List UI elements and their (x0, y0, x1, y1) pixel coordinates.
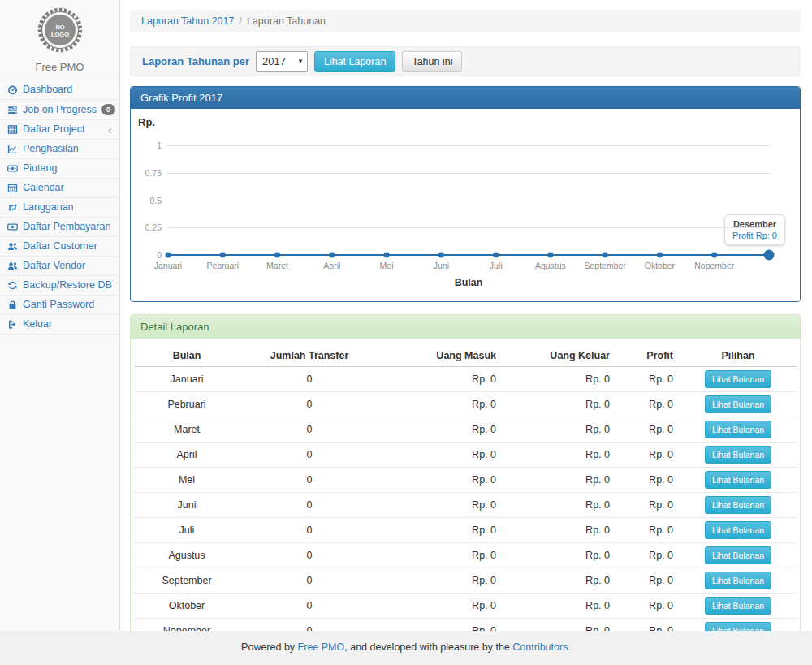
year-select[interactable]: 2017 (256, 51, 308, 72)
sidebar-item-keluar[interactable]: Keluar (0, 315, 119, 335)
table-row: Agustus 0 Rp. 0 Rp. 0 Rp. 0 Lihat Bulana… (134, 543, 797, 568)
cell-profit: Rp. 0 (616, 468, 680, 493)
cell-uang-masuk: Rp. 0 (379, 392, 503, 417)
footer-link-contributors[interactable]: Contributors. (512, 641, 571, 653)
sidebar-item-piutang[interactable]: Piutang (0, 159, 119, 179)
sidebar-item-dashboard[interactable]: Dashboard (0, 80, 119, 100)
lihat-bulanan-button[interactable]: Lihat Bulanan (705, 446, 771, 464)
lihat-bulanan-button[interactable]: Lihat Bulanan (705, 546, 771, 564)
lihat-bulanan-button[interactable]: Lihat Bulanan (705, 395, 771, 413)
money-icon (7, 222, 18, 232)
data-point (438, 253, 444, 258)
cell-uang-keluar: Rp. 0 (503, 594, 616, 619)
header-profit: Profit (616, 345, 680, 367)
sidebar-item-label: Calendar (23, 183, 64, 193)
cell-uang-keluar: Rp. 0 (503, 543, 616, 568)
detail-panel-title: Detail Laporan (131, 315, 800, 339)
sidebar-item-daftar-project[interactable]: Daftar Project ‹ (0, 120, 119, 140)
cell-uang-masuk: Rp. 0 (379, 619, 503, 632)
table-row: Oktober 0 Rp. 0 Rp. 0 Rp. 0 Lihat Bulana… (134, 594, 797, 619)
lihat-bulanan-button[interactable]: Lihat Bulanan (705, 572, 771, 589)
cell-profit: Rp. 0 (616, 367, 680, 392)
table-row: Mei 0 Rp. 0 Rp. 0 Rp. 0 Lihat Bulanan (134, 468, 797, 493)
data-point (547, 253, 553, 258)
data-point (603, 253, 608, 258)
sidebar-item-ganti-password[interactable]: Ganti Password (0, 296, 119, 315)
report-filter-panel: Laporan Tahunan per 2017 ▼ Lihat Laporan… (130, 46, 801, 76)
lihat-bulanan-button[interactable]: Lihat Bulanan (705, 471, 771, 489)
cell-jumlah-transfer: 0 (240, 417, 379, 443)
cell-profit: Rp. 0 (616, 518, 680, 543)
cell-bulan: September (134, 568, 240, 594)
breadcrumb-link-laporan-tahun[interactable]: Laporan Tahun 2017 (141, 15, 234, 27)
cell-uang-keluar: Rp. 0 (503, 367, 616, 392)
lihat-bulanan-button[interactable]: Lihat Bulanan (705, 622, 771, 631)
sidebar-item-daftar-customer[interactable]: Daftar Customer (0, 237, 119, 257)
sidebar-item-label: Piutang (23, 163, 57, 174)
profit-chart-panel: Grafik Profit 2017 Rp. Bulan Desember Pr… (130, 86, 801, 302)
header-uang-keluar: Uang Keluar (503, 345, 616, 367)
cell-uang-masuk: Rp. 0 (379, 468, 503, 493)
lihat-bulanan-button[interactable]: Lihat Bulanan (705, 597, 771, 615)
money-icon (7, 163, 18, 174)
table-row: Pebruari 0 Rp. 0 Rp. 0 Rp. 0 Lihat Bulan… (134, 392, 797, 417)
sidebar-item-label: Daftar Project (23, 124, 84, 135)
sidebar-item-calendar[interactable]: Calendar (0, 179, 119, 198)
sidebar-item-job-on-progress[interactable]: Job on Progress 0 (0, 100, 119, 120)
table-row: Juni 0 Rp. 0 Rp. 0 Rp. 0 Lihat Bulanan (134, 493, 797, 518)
footer-text-before: Powered by (241, 641, 297, 653)
lihat-bulanan-button[interactable]: Lihat Bulanan (705, 421, 771, 438)
breadcrumb-current: Laporan Tahunan (247, 15, 326, 27)
table-row: Januari 0 Rp. 0 Rp. 0 Rp. 0 Lihat Bulana… (134, 367, 797, 392)
sidebar-item-backup-restore-db[interactable]: Backup/Restore DB (0, 276, 119, 296)
chevron-left-icon: ‹ (108, 126, 112, 134)
cell-profit: Rp. 0 (616, 568, 680, 594)
data-point (220, 253, 226, 258)
brand-name: Free PMO (0, 61, 119, 73)
cell-bulan: Januari (134, 367, 240, 392)
data-point (329, 253, 335, 258)
sidebar-item-label: Keluar (23, 319, 52, 330)
lihat-bulanan-button[interactable]: Lihat Bulanan (705, 521, 771, 539)
sidebar-item-langganan[interactable]: Langganan (0, 198, 119, 218)
header-uang-masuk: Uang Masuk (379, 345, 503, 367)
lihat-bulanan-button[interactable]: Lihat Bulanan (705, 496, 771, 514)
logo-text-line2: LOGO (50, 31, 68, 38)
lihat-laporan-button[interactable]: Lihat Laporan (314, 51, 395, 72)
header-bulan: Bulan (134, 345, 240, 367)
dashboard-icon (7, 84, 18, 95)
sidebar-item-daftar-pembayaran[interactable]: Daftar Pembayaran (0, 218, 119, 237)
monthly-report-table: Bulan Jumlah Transfer Uang Masuk Uang Ke… (134, 345, 797, 631)
tahun-ini-button[interactable]: Tahun ini (402, 51, 462, 72)
data-point (384, 253, 390, 258)
cell-uang-masuk: Rp. 0 (379, 568, 503, 594)
cell-bulan: Pebruari (134, 392, 240, 417)
cell-uang-masuk: Rp. 0 (379, 493, 503, 518)
cell-uang-keluar: Rp. 0 (503, 443, 616, 468)
refresh-icon (7, 280, 18, 291)
cell-uang-masuk: Rp. 0 (379, 417, 503, 443)
lihat-bulanan-button[interactable]: Lihat Bulanan (705, 370, 771, 388)
x-tick-label: Nopember (682, 261, 747, 270)
cell-uang-keluar: Rp. 0 (503, 417, 616, 443)
sidebar-item-penghasilan[interactable]: Penghasilan (0, 140, 119, 159)
cell-bulan: Agustus (134, 543, 240, 568)
header-pilihan: Pilihan (680, 345, 797, 367)
detail-panel-body: Bulan Jumlah Transfer Uang Masuk Uang Ke… (131, 339, 800, 631)
sidebar-item-label: Ganti Password (23, 300, 94, 310)
cell-jumlah-transfer: 0 (240, 367, 379, 392)
cell-bulan: Nopember (134, 619, 240, 632)
sidebar-item-label: Daftar Customer (23, 241, 97, 252)
sidebar-item-daftar-vendor[interactable]: Daftar Vendor (0, 257, 119, 276)
footer-link-free-pmo[interactable]: Free PMO (298, 641, 345, 653)
cell-uang-masuk: Rp. 0 (379, 594, 503, 619)
main-content: Laporan Tahun 2017/Laporan Tahunan Lapor… (120, 0, 812, 631)
data-point (274, 253, 280, 258)
page-footer: Powered by Free PMO, and developed with … (0, 631, 812, 665)
cell-uang-keluar: Rp. 0 (503, 392, 616, 417)
table-icon (7, 124, 18, 135)
cell-bulan: Oktober (134, 594, 240, 619)
table-row: Maret 0 Rp. 0 Rp. 0 Rp. 0 Lihat Bulanan (134, 417, 797, 443)
cell-uang-masuk: Rp. 0 (379, 543, 503, 568)
cell-jumlah-transfer: 0 (240, 594, 379, 619)
